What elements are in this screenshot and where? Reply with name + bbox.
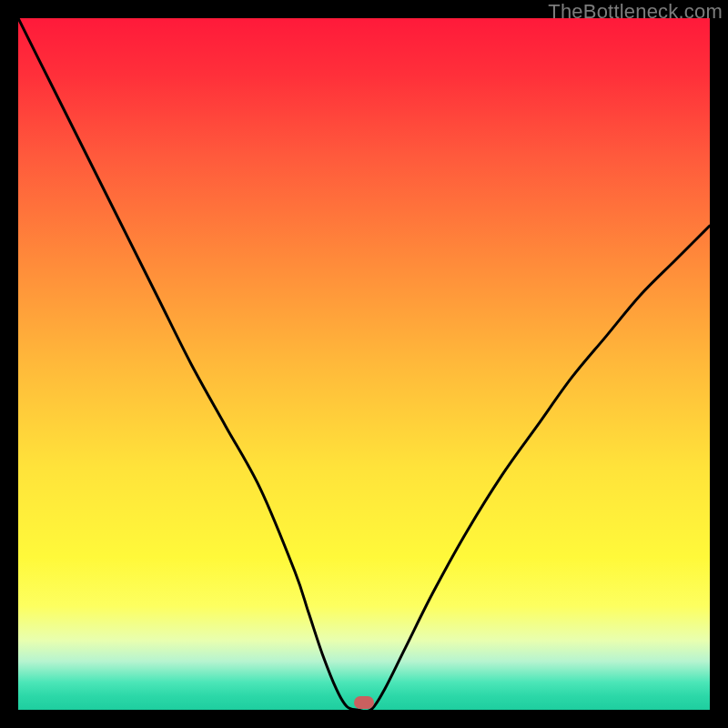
bottleneck-marker (354, 696, 374, 709)
bottleneck-curve (18, 18, 710, 710)
curve-svg (18, 18, 710, 710)
chart-frame: TheBottleneck.com (0, 0, 728, 728)
plot-area (18, 18, 710, 710)
